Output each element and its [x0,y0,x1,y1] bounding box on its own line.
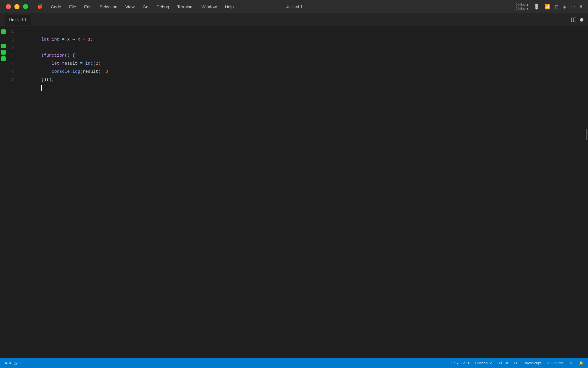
token-let-1: let [41,37,52,42]
tab-filename: Untitled-1 [9,18,26,22]
line-ending[interactable]: LF [514,361,518,365]
menu-help[interactable]: Help [221,3,237,10]
token-paren-open: ( [93,61,96,66]
menu-edit[interactable]: Edit [81,3,95,10]
language-mode[interactable]: JavaScript [524,361,541,365]
maximize-button[interactable] [23,4,28,9]
status-left: ⊗ 0 △ 0 [5,361,20,365]
menu-apple[interactable]: 🍎 [34,3,46,10]
token-let-4: let [52,61,62,66]
indentation[interactable]: Spaces: 2 [475,361,492,365]
token-inline-value: 3 [105,69,108,74]
token-dot: . [70,69,72,74]
editor-tab[interactable]: Untitled-1 [5,15,31,25]
breakpoint-3[interactable] [1,44,6,48]
menu-window[interactable]: Window [198,3,220,10]
token-plus: + [83,37,88,42]
token-funcparen: () { [65,53,75,58]
token-log-close: ) [98,69,101,74]
error-number: 0 [9,361,11,365]
line-num-4: 4 [11,52,14,60]
status-bar: ⊗ 0 △ 0 Ln 7, Col 1 Spaces: 2 UTF-8 LF J… [0,358,588,368]
token-result: result [62,61,80,66]
token-oparen: ( [41,53,44,58]
code-line-1: let inc = x ⇒ x + 1; [21,28,584,36]
token-inc-call: inc [85,61,93,66]
token-inc: inc [52,37,62,42]
svg-rect-1 [574,18,576,22]
token-2: 2 [96,61,98,66]
menu-selection[interactable]: Selection [96,3,121,10]
token-closing-2: ); [49,77,54,82]
token-x-2: x [78,37,83,42]
breakpoint-area [0,26,7,368]
minimize-button[interactable] [14,4,20,9]
token-semi-1: ; [90,37,93,42]
breakpoint-1[interactable] [1,29,6,34]
line-num-3: 3 [11,44,14,52]
menu-debug[interactable]: Debug [153,3,173,10]
more-actions-icon[interactable] [580,18,583,22]
scrollbar-thumb[interactable] [586,129,587,140]
token-1: 1 [88,37,90,42]
editor-layout: Untitled-1 1 2 3 [0,13,588,368]
smiley-icon[interactable]: ☺ [569,361,573,365]
encoding[interactable]: UTF-8 [498,361,508,365]
cursor-position[interactable]: Ln 7, Col 1 [451,361,469,365]
finder-icon: ◈ [563,4,566,9]
editor-area[interactable]: 1 2 3 4 5 6 7 let inc = x ⇒ x + 1; (func… [0,26,588,368]
wifi-icon: 📶 [544,4,550,9]
menu-terminal[interactable]: Terminal [174,3,197,10]
title-bar: 🍎 Code File Edit Selection View Go Debug… [0,0,588,13]
token-log-open: ( [80,69,83,74]
breakpoint-5[interactable] [1,56,6,61]
bell-icon[interactable]: 🔔 [579,361,583,365]
menu-view[interactable]: View [122,3,138,10]
line-num-1: 1 [11,28,14,36]
menu-go[interactable]: Go [139,3,152,10]
tab-icons [571,17,583,23]
menu-file[interactable]: File [66,3,80,10]
token-console: console [52,69,70,74]
token-eq-4: = [80,61,85,66]
line-numbers: 1 2 3 4 5 6 7 [7,26,18,368]
tab-bar: Untitled-1 [0,13,588,26]
menu-bar: 🍎 Code File Edit Selection View Go Debug… [28,3,516,10]
menu-code[interactable]: Code [47,3,65,10]
code-line-5: console.log(result)3 [21,60,584,68]
warning-number: 0 [18,361,20,365]
svg-rect-0 [571,18,573,22]
code-line-4: let result = inc(2) [21,52,584,60]
window-title: Untitled-1 [285,4,303,9]
token-log: log [72,69,80,74]
kb-status: 0 KB/s ▲ 0 KB/s ▼ [516,3,529,11]
token-arrow: ⇒ [72,37,78,42]
timing[interactable]: ✓ 2.63ms [547,361,563,365]
token-paren-close: ) [98,61,101,66]
title-bar-right: 0 KB/s ▲ 0 KB/s ▼ 🔋 📶 ⊡ ◈ ··· ≡ [516,3,588,11]
warning-icon: △ [14,361,17,365]
status-right: Ln 7, Col 1 Spaces: 2 UTF-8 LF JavaScrip… [451,361,583,365]
token-x-1: x [67,37,72,42]
token-eq-1: = [62,37,67,42]
code-content[interactable]: let inc = x ⇒ x + 1; (function() { let r… [18,26,584,368]
code-line-3: (function() { [21,44,584,52]
line-num-6: 6 [11,68,14,76]
error-icon: ⊗ [5,361,8,365]
battery-icon: 🔋 [533,3,540,10]
more-icon: ··· [571,4,575,9]
close-button[interactable] [6,4,11,9]
code-line-2 [21,36,584,44]
breakpoint-4[interactable] [1,50,6,55]
token-function: function [44,53,65,58]
split-editor-icon[interactable] [571,17,577,23]
traffic-lights [0,4,28,9]
airplay-icon: ⊡ [555,4,558,9]
error-count[interactable]: ⊗ 0 △ 0 [5,361,20,365]
token-closing: })( [41,77,49,82]
scrollbar[interactable] [584,26,588,368]
code-line-7 [21,76,584,84]
list-icon: ≡ [580,4,582,9]
line-num-7: 7 [11,76,14,84]
line-num-2: 2 [11,36,14,44]
